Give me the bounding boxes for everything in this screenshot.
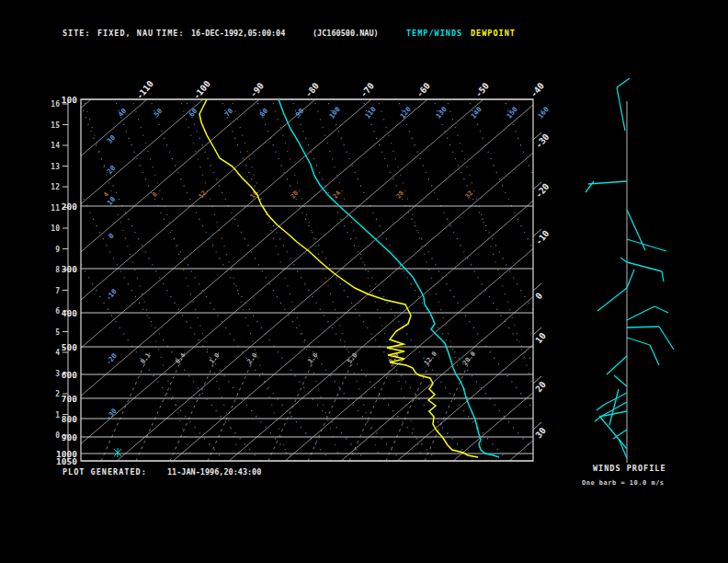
dry-adiabat-line [646,99,728,461]
dry-adiabat-line [151,99,367,461]
moist-adiabat-labels: 48121620242832 [102,190,474,201]
dry-adiabat-line [469,99,685,461]
theta-left-label: 0 [107,231,116,240]
height-tick-label: 6 [55,307,60,316]
theta-left-label: 30 [106,133,118,145]
isotherm-line [341,99,728,461]
height-tick-label: 16 [51,100,60,109]
wind-barb-segment [627,306,654,320]
height-axis: 012345678910111213141516 [51,99,68,461]
dry-adiabat-line [115,99,331,461]
dry-adiabat-line [80,99,296,461]
wind-barb-segment [617,87,625,131]
top-temperature-labels: -110-100-90-80-70-60-50-40 [134,78,546,101]
theta-top-label: 50 [153,107,165,119]
height-tick-label: 9 [55,246,60,254]
mixing-ratio-label: 12.0 [423,350,438,367]
moist-adiabat-label: 20 [290,190,301,201]
pressure-label: 100 [62,95,77,105]
theta-top-label: 140 [469,105,483,121]
moist-adiabat-line [232,99,340,461]
theta-top-label: 70 [223,107,235,119]
top-temp-label: -70 [358,80,377,98]
wind-barb-segment [619,439,627,458]
surface-marker [114,448,121,457]
wind-barb-segment [659,327,674,350]
wind-barb-segment [627,338,650,345]
theta-top-label: 110 [363,105,378,121]
isotherm-line [0,99,371,461]
top-temp-label: -50 [473,80,492,98]
isotherm-line [0,99,259,461]
dry-adiabat-line [292,99,508,461]
top-temp-label: -110 [134,78,155,101]
wind-barb-segment [617,78,630,87]
wind-barb-segment [597,288,627,311]
mixing-ratio-line [208,352,256,461]
top-temp-label: -60 [415,80,433,98]
height-tick-label: 4 [55,349,60,357]
isotherm-line [61,99,483,461]
wind-barb-segment [654,306,668,313]
height-tick-label: 10 [51,224,60,233]
dry-adiabat-line [9,99,225,461]
height-tick-label: 8 [55,266,60,274]
right-temperature-labels: -30-20-100102030 [533,132,552,440]
pressure-label: 200 [62,201,77,212]
height-tick-label: 1 [55,411,60,419]
theta-left-label: -20 [104,351,119,367]
mixing-ratio-line [349,352,398,461]
wind-barb-segment [620,258,627,262]
height-tick-label: 13 [51,163,60,171]
mixing-ratio-labels: 0.10.41.02.03.05.08.012.020.0 [139,350,477,367]
right-temp-label: -10 [533,228,552,247]
moist-adiabat-label: 8 [151,191,159,199]
dry-adiabat-line [363,99,579,461]
isotherm-line [0,99,147,461]
dry-adiabat-line [575,99,728,461]
moist-adiabat-line [84,99,192,461]
dry-adiabat-line [505,99,721,461]
height-tick-label: 5 [55,328,60,337]
dry-adiabat-line [681,99,728,461]
theta-top-label: 100 [327,105,342,121]
plot-generated-label: PLOT GENERATED: [63,467,147,477]
dewpoint-curve [199,99,478,457]
moist-adiabat-line [132,99,241,461]
theta-top-label: 130 [434,105,449,121]
mixing-ratio-label: 1.0 [208,351,221,365]
mixing-ratio-label: 20.0 [461,350,477,367]
mixing-ratio-line [101,352,150,461]
height-tick-label: 12 [51,183,60,191]
height-tick-label: 2 [55,390,60,398]
dry-adiabat-line [434,99,650,461]
mixing-ratio-line [136,352,185,461]
isotherm-line [565,99,728,461]
temperature-curve [279,99,499,457]
top-temp-label: -80 [303,80,322,98]
wind-barb-segment [650,345,659,365]
dry-adiabat-line [610,99,728,461]
plot-border [81,99,533,461]
height-tick-label: 14 [51,142,60,150]
pressure-label: 300 [62,264,77,274]
pressure-label: 800 [62,414,77,424]
theta-top-label: 60 [188,107,199,119]
dry-adiabats [9,99,728,461]
mixing-ratio-label: 3.0 [306,351,319,365]
moist-adiabat-label: 24 [332,190,343,201]
top-temp-label: -40 [529,80,547,98]
isotherm-line [117,99,540,461]
theta-top-label: 160 [536,105,551,121]
isotherm-line [285,99,708,461]
right-temp-label: -30 [533,132,552,150]
wind-barb-segment [627,239,666,251]
winds-scale-caption: One barb = 10.0 m/s [582,479,665,487]
mixing-ratio-label: 0.4 [174,351,187,365]
height-tick-label: 0 [55,431,60,440]
pressure-label: 1050 [56,456,77,466]
mixing-ratio-label: 5.0 [346,351,358,365]
wind-barb-segment [586,181,594,192]
theta-left-label: -10 [104,287,119,303]
theta-left-label: -30 [104,407,119,422]
